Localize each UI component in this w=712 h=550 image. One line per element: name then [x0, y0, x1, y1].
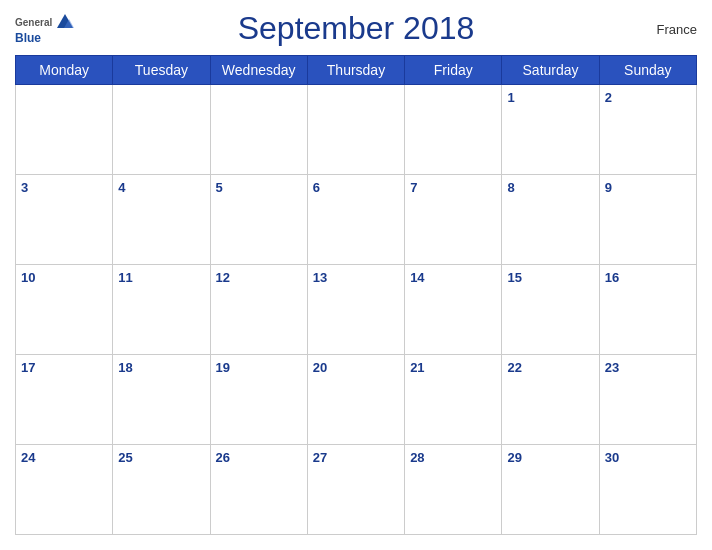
week-row-5: 24252627282930 — [16, 445, 697, 535]
calendar-cell: 8 — [502, 175, 599, 265]
day-number: 21 — [410, 360, 424, 375]
day-number: 7 — [410, 180, 417, 195]
day-header-monday: Monday — [16, 56, 113, 85]
calendar-cell: 1 — [502, 85, 599, 175]
day-number: 14 — [410, 270, 424, 285]
calendar-cell: 23 — [599, 355, 696, 445]
calendar-cell — [405, 85, 502, 175]
calendar-cell: 3 — [16, 175, 113, 265]
logo-blue-text: Blue — [15, 31, 41, 45]
calendar-cell: 24 — [16, 445, 113, 535]
calendar-cell: 27 — [307, 445, 404, 535]
calendar-table: MondayTuesdayWednesdayThursdayFridaySatu… — [15, 55, 697, 535]
calendar-cell: 20 — [307, 355, 404, 445]
day-number: 5 — [216, 180, 223, 195]
calendar-cell: 30 — [599, 445, 696, 535]
day-number: 24 — [21, 450, 35, 465]
calendar-cell — [307, 85, 404, 175]
calendar-cell — [210, 85, 307, 175]
logo-mountain-icon — [56, 13, 74, 33]
day-header-friday: Friday — [405, 56, 502, 85]
calendar-cell: 18 — [113, 355, 210, 445]
day-number: 27 — [313, 450, 327, 465]
calendar-cell: 25 — [113, 445, 210, 535]
calendar-cell: 21 — [405, 355, 502, 445]
country-label: France — [657, 21, 697, 36]
calendar-cell: 5 — [210, 175, 307, 265]
days-header-row: MondayTuesdayWednesdayThursdayFridaySatu… — [16, 56, 697, 85]
day-number: 23 — [605, 360, 619, 375]
day-number: 25 — [118, 450, 132, 465]
day-number: 9 — [605, 180, 612, 195]
day-number: 1 — [507, 90, 514, 105]
calendar-cell: 14 — [405, 265, 502, 355]
day-number: 8 — [507, 180, 514, 195]
day-number: 6 — [313, 180, 320, 195]
calendar-cell: 29 — [502, 445, 599, 535]
calendar-cell: 2 — [599, 85, 696, 175]
calendar-cell — [113, 85, 210, 175]
day-number: 19 — [216, 360, 230, 375]
day-number: 22 — [507, 360, 521, 375]
calendar-cell: 22 — [502, 355, 599, 445]
calendar-cell: 9 — [599, 175, 696, 265]
calendar-cell: 15 — [502, 265, 599, 355]
day-number: 18 — [118, 360, 132, 375]
day-number: 13 — [313, 270, 327, 285]
calendar-cell: 28 — [405, 445, 502, 535]
calendar-cell: 12 — [210, 265, 307, 355]
calendar-cell: 19 — [210, 355, 307, 445]
day-number: 2 — [605, 90, 612, 105]
day-number: 4 — [118, 180, 125, 195]
day-header-sunday: Sunday — [599, 56, 696, 85]
week-row-3: 10111213141516 — [16, 265, 697, 355]
day-number: 28 — [410, 450, 424, 465]
calendar-cell: 13 — [307, 265, 404, 355]
day-number: 10 — [21, 270, 35, 285]
day-number: 12 — [216, 270, 230, 285]
calendar-cell: 4 — [113, 175, 210, 265]
day-header-wednesday: Wednesday — [210, 56, 307, 85]
day-number: 11 — [118, 270, 132, 285]
day-number: 3 — [21, 180, 28, 195]
logo-general-text: General — [15, 17, 52, 28]
calendar-cell: 7 — [405, 175, 502, 265]
week-row-4: 17181920212223 — [16, 355, 697, 445]
calendar-cell: 11 — [113, 265, 210, 355]
calendar-cell: 10 — [16, 265, 113, 355]
day-number: 20 — [313, 360, 327, 375]
calendar-cell: 26 — [210, 445, 307, 535]
day-header-tuesday: Tuesday — [113, 56, 210, 85]
day-number: 26 — [216, 450, 230, 465]
calendar-header: General Blue September 2018 France — [15, 10, 697, 47]
calendar-cell: 16 — [599, 265, 696, 355]
day-number: 15 — [507, 270, 521, 285]
calendar-cell — [16, 85, 113, 175]
day-number: 30 — [605, 450, 619, 465]
week-row-1: 12 — [16, 85, 697, 175]
week-row-2: 3456789 — [16, 175, 697, 265]
day-number: 17 — [21, 360, 35, 375]
day-header-saturday: Saturday — [502, 56, 599, 85]
day-number: 16 — [605, 270, 619, 285]
day-header-thursday: Thursday — [307, 56, 404, 85]
calendar-cell: 17 — [16, 355, 113, 445]
page-title: September 2018 — [238, 10, 475, 47]
day-number: 29 — [507, 450, 521, 465]
logo: General Blue — [15, 13, 74, 45]
calendar-cell: 6 — [307, 175, 404, 265]
